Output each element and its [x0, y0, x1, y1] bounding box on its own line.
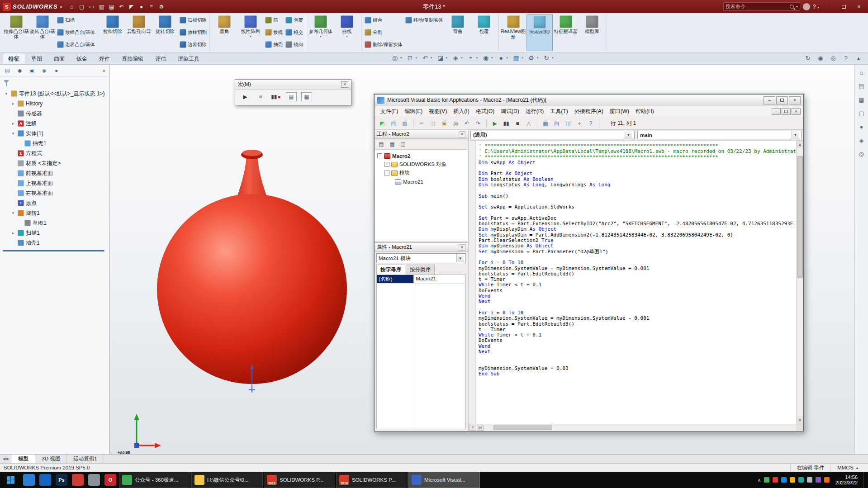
feature-tree-item[interactable]: ▾旋转1 [0, 208, 109, 218]
code-editor[interactable]: ' **************************************… [476, 141, 796, 424]
scrollbar-thumb[interactable] [493, 425, 552, 430]
redo-icon[interactable]: ↷ [473, 118, 483, 128]
chevron-down-icon[interactable]: ▼ [792, 131, 799, 139]
full-module-view-icon[interactable]: ▤ [477, 425, 484, 431]
taskbar-window-button[interactable]: 2019SOLIDWORKS P... [336, 472, 408, 488]
command-search-input[interactable]: 搜索命令 ▾ [723, 2, 800, 11]
insert-userform-icon[interactable]: ▤ [389, 118, 398, 128]
cut-icon[interactable]: ✂ [417, 118, 427, 128]
print-icon[interactable]: ▤ [107, 2, 116, 11]
feature-tree-root[interactable]: ▾零件13 (默认<<默认>_显示状态 1>) [0, 89, 109, 99]
ribbon-button[interactable]: 筋 [264, 14, 284, 26]
maximize-button[interactable] [837, 2, 850, 11]
vba-menu-10[interactable]: 帮助(H) [632, 106, 657, 117]
ribbon-button[interactable]: 删除/保留实体 [363, 38, 404, 51]
collapse-arrow-icon[interactable]: ▾ [4, 91, 9, 96]
close-icon[interactable]: × [341, 81, 348, 88]
save-icon[interactable]: ▥ [97, 2, 106, 11]
chevron-down-icon[interactable]: ▾ [507, 56, 508, 60]
properties-tab[interactable]: 按字母序 [376, 265, 405, 275]
menu-expand-arrow-icon[interactable]: ▸ [61, 4, 63, 9]
feature-tree-item[interactable]: ▸History [0, 99, 109, 109]
chevron-down-icon[interactable]: ▾ [552, 56, 554, 60]
balloon-model[interactable] [146, 148, 358, 406]
ribbon-button[interactable]: 组合 [363, 14, 404, 26]
ribbon-button[interactable]: 相交 [284, 26, 304, 38]
ribbon-button[interactable]: 边界切除 [178, 38, 208, 51]
ribbon-button[interactable]: 旋转切除 [152, 14, 178, 51]
ribbon-button[interactable]: 模型库 [579, 14, 605, 51]
select-arrow-icon[interactable]: ◤ [127, 2, 136, 11]
start-button[interactable] [0, 472, 21, 488]
collapse-icon[interactable]: ▴ [854, 54, 863, 62]
command-tab-4[interactable]: 焊件 [93, 53, 116, 64]
properties-window-icon[interactable]: ▤ [552, 118, 562, 128]
scrollbar-thumb[interactable] [797, 156, 803, 278]
forum-icon[interactable]: ◎ [858, 150, 866, 158]
view-list-icon[interactable]: ≡ [147, 2, 156, 11]
taskbar-window-button[interactable]: 2019SOLIDWORKS P... [264, 472, 335, 488]
dimxpertmanager-tab-icon[interactable]: ◈ [40, 66, 48, 74]
vba-minimize-button[interactable]: – [764, 96, 775, 104]
photoshop-icon[interactable]: Ps [56, 474, 67, 486]
ribbon-button[interactable]: 参考几何体▾ [308, 14, 334, 51]
search-icon[interactable]: ◎ [829, 54, 837, 62]
ribbon-button[interactable]: RealView图形 [500, 14, 526, 51]
vba-titlebar[interactable]: Microsoft Visual Basic for Applications … [375, 95, 803, 106]
macro-dialog-titlebar[interactable]: 宏(M) × [235, 80, 351, 90]
ribbon-button[interactable]: 放样切割 [178, 26, 208, 38]
collapse-box-icon[interactable]: - [377, 153, 382, 158]
visibility-icon[interactable]: ◉ [816, 54, 825, 62]
view-settings-icon[interactable]: ⚙ [527, 53, 536, 62]
taskbar-window-button[interactable]: 公众号 - 360极速... [119, 472, 190, 488]
command-tab-2[interactable]: 曲面 [48, 53, 71, 64]
doc-tab[interactable]: 3D 视图 [35, 455, 67, 463]
command-tab-3[interactable]: 钣金 [71, 53, 93, 64]
undo-icon[interactable]: ↶ [117, 2, 126, 11]
appearances-icon[interactable]: ● [858, 123, 866, 131]
project-tree-item[interactable]: -模块 [375, 169, 468, 177]
tray-icon-1[interactable] [773, 477, 778, 483]
ribbon-button[interactable]: 抽壳 [264, 38, 284, 51]
propertymanager-tab-icon[interactable]: ◆ [16, 66, 24, 74]
run-icon[interactable]: ▶ [490, 118, 500, 128]
feature-tree-item[interactable]: +原点 [0, 198, 109, 208]
previous-view-icon[interactable]: ↶ [421, 53, 430, 62]
doc-tab[interactable]: 运动算例1 [67, 455, 104, 463]
chevron-down-icon[interactable]: ▼ [625, 131, 632, 139]
undo-icon[interactable]: ↶ [462, 118, 472, 128]
featuremanager-tab-icon[interactable]: ▤ [4, 66, 11, 74]
properties-tab[interactable]: 按分类序 [406, 265, 435, 275]
expand-arrow-icon[interactable]: ▾ [10, 131, 16, 136]
chevron-down-icon[interactable]: ▾ [416, 56, 417, 60]
ribbon-button[interactable]: 曲线▾ [334, 14, 360, 51]
procedure-view-icon[interactable]: ≡ [470, 425, 476, 431]
minimize-button[interactable]: – [822, 2, 835, 11]
configurationmanager-tab-icon[interactable]: ▣ [28, 66, 36, 74]
expand-box-icon[interactable]: + [384, 162, 389, 167]
tray-icon-0[interactable] [764, 477, 769, 483]
dropdown-arrow-icon[interactable]: ▾ [320, 34, 322, 38]
design-library-icon[interactable]: ▤ [858, 82, 866, 90]
filter-icon[interactable] [4, 80, 9, 84]
options-gear-icon[interactable]: ⚙ [157, 2, 166, 11]
ribbon-button[interactable]: 特征翻译器 [553, 14, 579, 51]
project-tree-item[interactable]: -Macro2 [375, 152, 468, 160]
close-icon[interactable]: × [459, 131, 465, 137]
property-value-cell[interactable]: Macro21 [414, 275, 465, 283]
zoom-fit-icon[interactable]: ◎ [390, 53, 399, 62]
ribbon-button[interactable]: 包覆 [284, 14, 304, 26]
tray-icon-6[interactable] [816, 477, 821, 483]
taskbar-clock[interactable]: 14:56 2023/3/22 [833, 474, 860, 485]
toggle-folders-icon[interactable]: ◫ [399, 140, 407, 148]
dropdown-arrow-icon[interactable]: ▾ [250, 34, 251, 38]
home-icon[interactable]: ⌂ [67, 2, 76, 11]
break-icon[interactable]: ▮▮ [501, 118, 511, 128]
vba-maximize-button[interactable] [776, 96, 788, 104]
command-tab-0[interactable]: 特征 [3, 53, 25, 64]
display-style-icon[interactable]: ◓ [466, 53, 475, 62]
properties-object-dropdown[interactable]: Macro21 模块 ▼ [376, 253, 466, 263]
procedure-dropdown[interactable]: main ▼ [637, 131, 802, 139]
expand-arrow-icon[interactable]: ▸ [10, 101, 16, 106]
feature-tree-item[interactable]: 抽壳1 [0, 138, 109, 148]
